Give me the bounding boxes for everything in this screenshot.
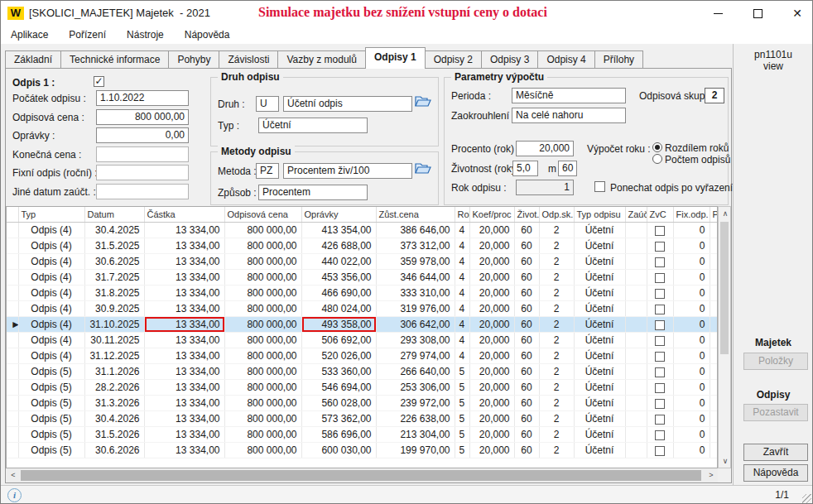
tab-zavislosti[interactable]: Závislosti	[219, 50, 278, 68]
cell-castka[interactable]: 13 334,00	[144, 301, 224, 317]
cell-zivot[interactable]: 60	[514, 270, 539, 286]
cell-fix-odp[interactable]: 0	[673, 254, 710, 270]
cell-fix-odp[interactable]: 0	[673, 348, 710, 364]
pocatek-odpisu-field[interactable]: 1.10.2022	[96, 90, 189, 106]
row-marker-cell[interactable]	[7, 270, 18, 286]
cell-zivot[interactable]: 60	[514, 301, 539, 317]
tab-technicke-informace[interactable]: Technické informace	[60, 50, 169, 68]
cell-datum[interactable]: 31.5.2026	[84, 427, 144, 443]
table-row[interactable]: Odpis (4) 31.8.2025 13 334,00 800 000,00…	[7, 286, 717, 301]
cell-zvc[interactable]	[647, 317, 673, 333]
scroll-left-button[interactable]: <	[7, 468, 20, 482]
cell-datum[interactable]: 28.2.2026	[84, 380, 144, 396]
tab-odpisy-3[interactable]: Odpisy 3	[481, 50, 538, 68]
cell-opravky[interactable]: 573 362,00	[301, 411, 376, 427]
scroll-right-button[interactable]: >	[705, 468, 718, 482]
row-marker-cell[interactable]: ►	[7, 317, 18, 333]
cell-castka[interactable]: 13 334,00	[144, 396, 224, 411]
cell-datum[interactable]: 30.4.2026	[84, 411, 144, 427]
cell-fix-odp[interactable]: 0	[673, 333, 710, 348]
cell-zvc[interactable]	[647, 348, 673, 364]
scroll-up-button[interactable]: ∧	[719, 207, 732, 220]
cell-odpisova-cena[interactable]: 800 000,00	[224, 286, 301, 301]
zvc-checkbox[interactable]	[655, 226, 665, 236]
cell-castka[interactable]: 13 334,00	[144, 411, 224, 427]
cell-fix-odp[interactable]: 0	[673, 427, 710, 443]
cell-castka[interactable]: 13 334,00	[144, 317, 224, 333]
cell-rok[interactable]: 5	[455, 380, 469, 396]
cell-fix-odp[interactable]: 0	[673, 443, 710, 458]
zvc-checkbox[interactable]	[655, 257, 665, 267]
odpis1-checkbox[interactable]: ✓	[94, 76, 104, 87]
cell-koef-proc[interactable]: 20,000	[469, 286, 514, 301]
cell-zust-cena[interactable]: 346 644,00	[376, 270, 455, 286]
cell-fix-odp[interactable]: 0	[673, 286, 710, 301]
cell-fix-odp[interactable]: 0	[673, 317, 710, 333]
cell-odp-sk[interactable]: 2	[539, 254, 574, 270]
table-row[interactable]: Odpis (4) 31.7.2025 13 334,00 800 000,00…	[7, 270, 717, 286]
cell-zauct[interactable]	[625, 427, 647, 443]
cell-datum[interactable]: 31.10.2025	[84, 317, 144, 333]
cell-zust-cena[interactable]: 279 974,00	[376, 348, 455, 364]
cell-zvc[interactable]	[647, 364, 673, 380]
table-row[interactable]: Odpis (4) 31.12.2025 13 334,00 800 000,0…	[7, 348, 717, 364]
menu-porizeni[interactable]: Pořízení	[60, 26, 114, 43]
typ-field[interactable]: Účetní	[258, 118, 368, 133]
folder-open-icon[interactable]	[415, 94, 431, 108]
cell-zauct[interactable]	[625, 411, 647, 427]
cell-fix-odp[interactable]: 0	[673, 411, 710, 427]
zvc-checkbox[interactable]	[655, 352, 665, 362]
zvc-checkbox[interactable]	[655, 242, 665, 252]
cell-zivot[interactable]: 60	[514, 238, 539, 254]
zvc-checkbox[interactable]	[655, 399, 665, 409]
cell-rok[interactable]: 4	[455, 254, 469, 270]
cell-odpisova-cena[interactable]: 800 000,00	[224, 270, 301, 286]
cell-zvc[interactable]	[647, 286, 673, 301]
cell-zauct[interactable]	[625, 396, 647, 411]
cell-typ-odpisu[interactable]: Účetní	[574, 443, 625, 458]
cell-rok[interactable]: 5	[455, 427, 469, 443]
cell-typ-odpisu[interactable]: Účetní	[574, 380, 625, 396]
scroll-down-button[interactable]: ∨	[719, 454, 732, 468]
ponechat-odpis-checkbox[interactable]	[594, 181, 605, 192]
cell-opravky[interactable]: 453 356,00	[301, 270, 376, 286]
cell-typ[interactable]: Odpis (4)	[18, 223, 84, 238]
cell-zvc[interactable]	[647, 443, 673, 458]
cell-zust-cena[interactable]: 226 638,00	[376, 411, 455, 427]
table-row[interactable]: Odpis (5) 31.3.2026 13 334,00 800 000,00…	[7, 396, 717, 411]
cell-zauct[interactable]	[625, 286, 647, 301]
cell-zivot[interactable]: 60	[514, 254, 539, 270]
cell-castka[interactable]: 13 334,00	[144, 443, 224, 458]
cell-castka[interactable]: 13 334,00	[144, 380, 224, 396]
row-marker-cell[interactable]	[7, 301, 18, 317]
cell-odp-sk[interactable]: 2	[539, 301, 574, 317]
cell-typ[interactable]: Odpis (5)	[18, 443, 84, 458]
tab-vazby-z-modulu[interactable]: Vazby z modulů	[277, 50, 366, 68]
cell-typ[interactable]: Odpis (4)	[18, 317, 84, 333]
cell-zauct[interactable]	[625, 254, 647, 270]
cell-fix-odp[interactable]: 0	[673, 223, 710, 238]
cell-rok[interactable]: 4	[455, 348, 469, 364]
druh-name-field[interactable]: Účetní odpis	[283, 96, 412, 112]
header-castka[interactable]: Částka	[144, 207, 224, 223]
cell-p[interactable]	[710, 348, 717, 364]
zivotnost-field[interactable]: 5,0	[512, 161, 538, 176]
cell-datum[interactable]: 30.11.2025	[84, 333, 144, 348]
cell-datum[interactable]: 30.6.2026	[84, 443, 144, 458]
cell-koef-proc[interactable]: 20,000	[469, 333, 514, 348]
cell-koef-proc[interactable]: 20,000	[469, 254, 514, 270]
cell-datum[interactable]: 30.6.2025	[84, 254, 144, 270]
menu-aplikace[interactable]: Aplikace	[2, 26, 56, 43]
cell-datum[interactable]: 31.8.2025	[84, 286, 144, 301]
cell-rok[interactable]: 4	[455, 223, 469, 238]
header-koef-proc[interactable]: Koef/proc	[469, 207, 514, 223]
cell-castka[interactable]: 13 334,00	[144, 223, 224, 238]
cell-rok[interactable]: 5	[455, 411, 469, 427]
zaokrouhleni-field[interactable]: Na celé nahoru	[512, 108, 626, 123]
cell-zust-cena[interactable]: 386 646,00	[376, 223, 455, 238]
cell-castka[interactable]: 13 334,00	[144, 270, 224, 286]
header-p[interactable]: P	[710, 207, 717, 223]
cell-typ[interactable]: Odpis (4)	[18, 238, 84, 254]
cell-zust-cena[interactable]: 319 976,00	[376, 301, 455, 317]
menu-napoveda[interactable]: Nápověda	[176, 26, 238, 43]
